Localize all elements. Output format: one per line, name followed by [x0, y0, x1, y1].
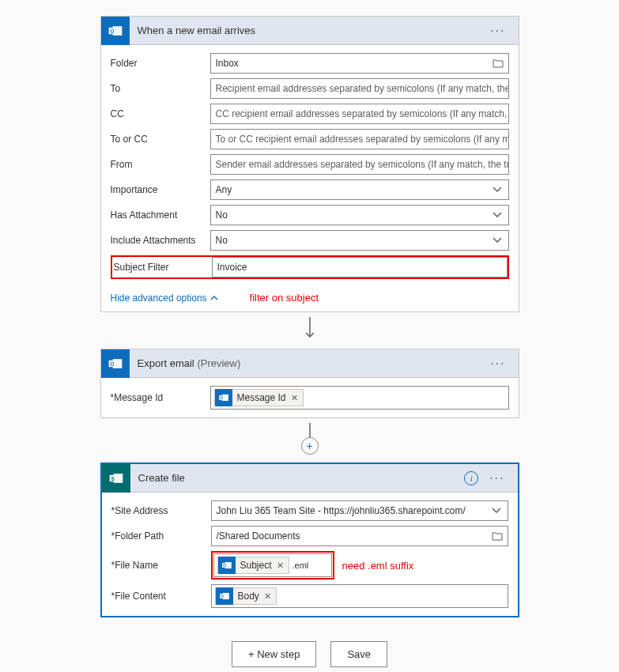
- importance-label: Importance: [111, 184, 210, 195]
- filename-field[interactable]: O Subject ✕ .eml: [213, 553, 332, 577]
- create-file-card: S Create file i ··· Site Address John Li…: [100, 462, 519, 617]
- save-button[interactable]: Save: [330, 641, 387, 667]
- card-header[interactable]: O Export email (Preview) ···: [101, 349, 519, 378]
- sharepoint-icon: S: [102, 464, 130, 493]
- folderpath-label: Folder Path: [111, 530, 211, 542]
- svg-text:O: O: [223, 564, 226, 568]
- chevron-down-icon: [493, 237, 502, 244]
- msgid-field[interactable]: O Message Id ✕: [210, 386, 509, 410]
- card-menu-icon[interactable]: ···: [485, 24, 510, 38]
- hasatt-label: Has Attachment: [111, 210, 210, 221]
- chevron-down-icon: [492, 508, 501, 514]
- folder-label: Folder: [111, 58, 210, 69]
- folder-picker-icon[interactable]: [493, 59, 504, 68]
- outlook-icon: O: [101, 17, 130, 45]
- site-select[interactable]: John Liu 365 Team Site - https://johnliu…: [211, 500, 508, 521]
- folder-field[interactable]: Inbox: [210, 53, 509, 74]
- token-remove-icon[interactable]: ✕: [291, 393, 298, 403]
- flow-arrow-icon: [304, 317, 316, 341]
- card-body: Folder Inbox To Recipient email addresse…: [101, 45, 519, 287]
- msgid-label: Message Id: [111, 392, 210, 403]
- subfilter-field[interactable]: Invoice: [212, 257, 508, 277]
- filecontent-label: File Content: [111, 591, 211, 602]
- folder-picker-icon[interactable]: [492, 531, 503, 541]
- outlook-icon: O: [215, 389, 232, 406]
- to-label: To: [111, 83, 210, 94]
- svg-text:O: O: [110, 28, 114, 33]
- importance-select[interactable]: Any: [210, 179, 509, 200]
- card-header[interactable]: O When a new email arrives ···: [101, 17, 519, 45]
- from-label: From: [111, 159, 210, 170]
- to-field[interactable]: Recipient email addresses separated by s…: [210, 78, 509, 99]
- svg-text:O: O: [110, 361, 114, 366]
- export-email-card: O Export email (Preview) ··· Message Id …: [100, 349, 519, 418]
- card-title: Export email (Preview): [130, 357, 486, 369]
- footer: + New step Save: [232, 641, 387, 667]
- annotation-suffix: need .eml suffix: [342, 560, 414, 572]
- hide-advanced-link[interactable]: Hide advanced options: [111, 293, 218, 304]
- trigger-card: O When a new email arrives ··· Folder In…: [100, 16, 519, 312]
- annotation-filter: filter on subject: [250, 292, 319, 304]
- incatt-label: Include Attachments: [111, 235, 210, 246]
- subject-filter-row-highlight: Subject Filter Invoice: [111, 255, 509, 279]
- add-action-button[interactable]: +: [301, 437, 319, 455]
- subfilter-label: Subject Filter: [112, 262, 212, 273]
- chevron-down-icon: [493, 187, 502, 193]
- folderpath-field[interactable]: /Shared Documents: [211, 526, 508, 546]
- filecontent-field[interactable]: O Body ✕: [211, 584, 508, 608]
- toorcc-field[interactable]: To or CC recipient email addresses separ…: [210, 129, 509, 149]
- filename-highlight: O Subject ✕ .eml: [211, 551, 334, 580]
- svg-text:O: O: [220, 396, 223, 400]
- site-label: Site Address: [111, 505, 211, 516]
- filename-label: File Name: [111, 560, 211, 571]
- info-icon[interactable]: i: [464, 471, 478, 485]
- incatt-select[interactable]: No: [210, 230, 509, 251]
- token-remove-icon[interactable]: ✕: [277, 561, 284, 571]
- outlook-icon: O: [216, 587, 233, 605]
- chevron-down-icon: [493, 212, 502, 218]
- hasatt-select[interactable]: No: [210, 205, 509, 225]
- outlook-icon: O: [101, 349, 130, 378]
- new-step-button[interactable]: + New step: [232, 641, 316, 667]
- chevron-up-icon: [210, 295, 218, 300]
- msgid-token[interactable]: O Message Id ✕: [214, 389, 304, 406]
- card-title: Create file: [130, 472, 465, 484]
- cc-field[interactable]: CC recipient email addresses separated b…: [210, 104, 509, 124]
- card-header[interactable]: S Create file i ···: [102, 464, 518, 493]
- card-menu-icon[interactable]: ···: [485, 471, 509, 485]
- outlook-icon: O: [218, 557, 236, 574]
- body-token[interactable]: O Body ✕: [215, 587, 277, 605]
- cc-label: CC: [111, 108, 210, 119]
- card-menu-icon[interactable]: ···: [485, 357, 510, 371]
- from-field[interactable]: Sender email addresses separated by semi…: [210, 154, 509, 175]
- svg-text:S: S: [111, 475, 115, 481]
- subject-token[interactable]: O Subject ✕: [217, 557, 289, 574]
- card-body: Site Address John Liu 365 Team Site - ht…: [102, 493, 518, 616]
- token-remove-icon[interactable]: ✕: [264, 591, 271, 602]
- toorcc-label: To or CC: [111, 134, 210, 145]
- card-body: Message Id O Message Id ✕: [101, 378, 519, 417]
- card-title: When a new email arrives: [130, 25, 486, 36]
- svg-text:O: O: [221, 595, 224, 598]
